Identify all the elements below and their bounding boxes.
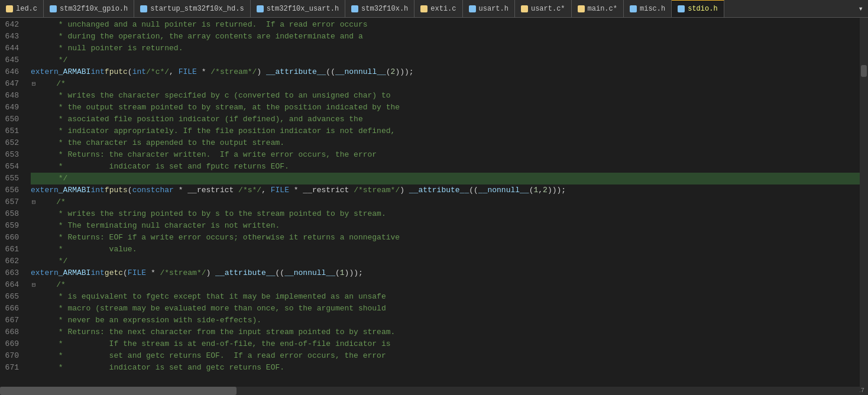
code-line: * indicator is set and getc returns EOF.	[31, 362, 860, 374]
tab-icon-led	[6, 5, 13, 12]
code-line: * during the operation, the array conten…	[31, 31, 860, 43]
tab-label-misc-h: misc.h	[640, 5, 665, 13]
line-number: 665	[4, 291, 24, 303]
code-line: * indicator appropriately. If the file p…	[31, 125, 860, 137]
tab-label-main-c: main.c*	[588, 5, 617, 13]
tab-label-usart-h: stm32f10x_usart.h	[267, 5, 339, 13]
line-number: 650	[4, 114, 24, 125]
line-number: 660	[4, 232, 24, 244]
code-line: * macro (stream may be evaluated more th…	[31, 303, 860, 315]
tab-usart-h2[interactable]: usart.h	[463, 0, 515, 18]
tab-icon-usart-h2	[469, 5, 476, 12]
tab-icon-exti	[420, 5, 427, 12]
line-number: 645	[4, 54, 24, 66]
code-line: * set and getc returns EOF. If a read er…	[31, 350, 860, 362]
tab-icon-usart-h	[257, 5, 264, 12]
line-number: 646	[4, 66, 24, 78]
line-number: 643	[4, 31, 24, 43]
tab-misc-h[interactable]: misc.h	[624, 0, 672, 18]
line-number: 657	[4, 196, 24, 208]
horizontal-scrollbar-thumb[interactable]	[0, 387, 237, 395]
line-number: 663	[4, 267, 24, 279]
tab-overflow-button[interactable]: ▾	[854, 4, 868, 14]
line-number: 669	[4, 338, 24, 350]
code-line: * The terminating null character is not …	[31, 220, 860, 232]
line-number: 655	[4, 173, 24, 184]
line-number: 644	[4, 43, 24, 54]
line-number: 659	[4, 220, 24, 232]
code-line: * Returns: the character written. If a w…	[31, 149, 860, 161]
code-line: * asociated file position indicator (if …	[31, 114, 860, 125]
line-number: 664	[4, 279, 24, 291]
tab-icon-usart-c	[521, 5, 528, 12]
fold-icon[interactable]: ⊟	[30, 281, 38, 289]
scrollbar-thumb-v[interactable]	[861, 65, 867, 77]
tab-gpio[interactable]: stm32f10x_gpio.h	[44, 0, 134, 18]
line-number: 651	[4, 125, 24, 137]
line-number: 656	[4, 184, 24, 196]
tab-icon-startup	[140, 5, 147, 12]
code-line: */	[31, 255, 860, 267]
tab-led-c[interactable]: led.c	[0, 0, 44, 18]
tab-exti[interactable]: exti.c	[414, 0, 462, 18]
code-line: * unchanged and a null pointer is return…	[31, 19, 860, 31]
tab-main-c[interactable]: main.c*	[572, 0, 624, 18]
vertical-scrollbar[interactable]	[860, 18, 868, 395]
code-line: * the character is appended to the outpu…	[31, 137, 860, 149]
code-line: * indicator is set and fputc returns EOF…	[31, 161, 860, 173]
code-line: * never be an expression with side-effec…	[31, 315, 860, 326]
editor-container: 6426436446456466476486496506516526536546…	[0, 18, 868, 395]
tab-icon-gpio	[50, 5, 57, 12]
code-line: ⊟ /*	[31, 78, 860, 90]
line-number: 667	[4, 315, 24, 326]
line-number: 648	[4, 90, 24, 102]
tab-icon-stdio-h	[678, 5, 685, 12]
code-line: ⊟ /*	[31, 196, 860, 208]
code-line: * If the stream is at end-of-file, the e…	[31, 338, 860, 350]
tab-stdio-h[interactable]: stdio.h	[672, 0, 724, 18]
line-number: 661	[4, 244, 24, 255]
code-line: extern _ARMABI int fputs(const char * __…	[31, 184, 860, 196]
code-line: * value.	[31, 244, 860, 255]
code-line: * null pointer is returned.	[31, 43, 860, 54]
line-number: 671	[4, 362, 24, 374]
tab-label-gpio: stm32f10x_gpio.h	[60, 5, 128, 13]
tab-startup[interactable]: startup_stm32f10x_hd.s	[134, 0, 250, 18]
line-number: 666	[4, 303, 24, 315]
code-line: * writes the character specified by c (c…	[31, 90, 860, 102]
tab-label-exti: exti.c	[430, 5, 456, 13]
line-number: 653	[4, 149, 24, 161]
fold-icon[interactable]: ⊟	[30, 198, 38, 206]
horizontal-scrollbar-track[interactable]	[0, 387, 860, 395]
tab-icon-stm32	[351, 5, 358, 12]
tab-stm32[interactable]: stm32f10x.h	[345, 0, 414, 18]
line-number: 662	[4, 255, 24, 267]
code-line: * Returns: the next character from the i…	[31, 326, 860, 338]
line-number: 670	[4, 350, 24, 362]
code-line: * Returns: EOF if a write error occurs; …	[31, 232, 860, 244]
line-number-gutter: 6426436446456466476486496506516526536546…	[0, 18, 28, 395]
line-number: 658	[4, 208, 24, 220]
tab-usart-c[interactable]: usart.c*	[515, 0, 572, 18]
line-number: 647	[4, 78, 24, 90]
tab-label-usart-h2: usart.h	[479, 5, 509, 13]
code-area[interactable]: * unchanged and a null pointer is return…	[28, 18, 860, 395]
code-line: */	[31, 173, 860, 184]
fold-icon[interactable]: ⊟	[30, 80, 38, 88]
code-line: */	[31, 54, 860, 66]
tab-bar: led.c stm32f10x_gpio.h startup_stm32f10x…	[0, 0, 868, 18]
line-number: 652	[4, 137, 24, 149]
tab-label-stm32: stm32f10x.h	[361, 5, 408, 13]
app-container: led.c stm32f10x_gpio.h startup_stm32f10x…	[0, 0, 868, 395]
tab-icon-main-c	[578, 5, 585, 12]
tab-usart-h[interactable]: stm32f10x_usart.h	[251, 0, 345, 18]
code-line: * the output stream pointed to by stream…	[31, 102, 860, 114]
code-line: extern _ARMABI int getc(FILE * /*stream*…	[31, 267, 860, 279]
code-line: ⊟ /*	[31, 279, 860, 291]
line-number: 654	[4, 161, 24, 173]
code-line: * is equivalent to fgetc except that it …	[31, 291, 860, 303]
code-line: * writes the string pointed to by s to t…	[31, 208, 860, 220]
line-number: 642	[4, 19, 24, 31]
line-number: 668	[4, 326, 24, 338]
tab-label-startup: startup_stm32f10x_hd.s	[150, 5, 244, 13]
